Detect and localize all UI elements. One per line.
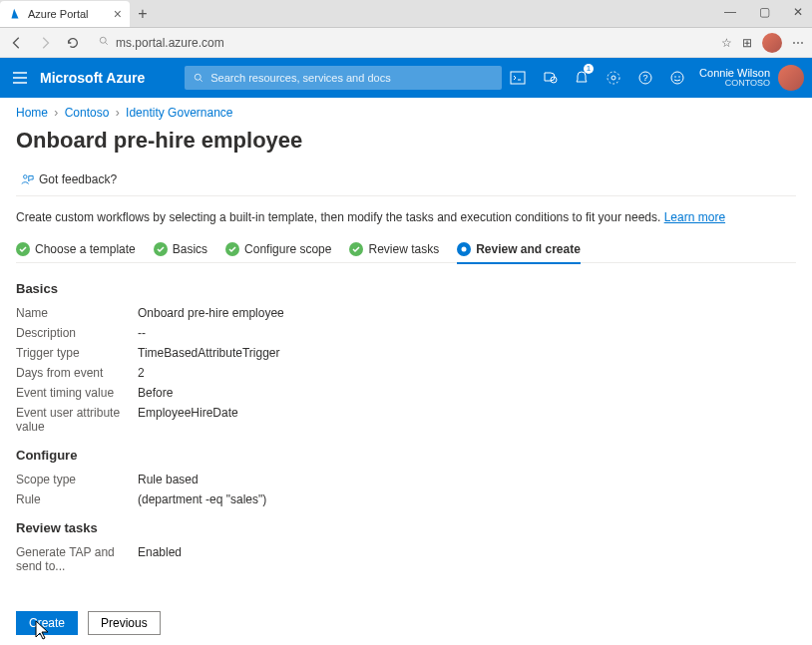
learn-more-link[interactable]: Learn more: [664, 210, 725, 224]
check-icon: [225, 242, 239, 256]
window-controls: — ▢ ✕: [720, 0, 808, 24]
step-2[interactable]: Configure scope: [225, 242, 331, 256]
breadcrumb-home[interactable]: Home: [16, 106, 48, 120]
step-label: Review tasks: [368, 242, 439, 256]
extensions-icon[interactable]: ⊞: [742, 36, 752, 50]
step-3[interactable]: Review tasks: [349, 242, 439, 256]
minimize-icon[interactable]: —: [720, 5, 740, 19]
browser-menu-icon[interactable]: ⋯: [792, 36, 804, 50]
kv-row: Event timing valueBefore: [16, 386, 796, 400]
kv-value: Enabled: [138, 545, 182, 573]
brand-label[interactable]: Microsoft Azure: [40, 70, 145, 86]
notifications-icon[interactable]: 1: [566, 58, 598, 98]
profile-avatar[interactable]: [762, 33, 782, 53]
kv-row: Scope typeRule based: [16, 473, 796, 486]
step-4[interactable]: Review and create: [457, 242, 581, 264]
browser-tab-bar: Azure Portal × + — ▢ ✕: [0, 0, 812, 28]
user-avatar[interactable]: [778, 65, 804, 91]
forward-button[interactable]: [36, 34, 54, 52]
kv-key: Rule: [16, 492, 138, 506]
kv-row: Trigger typeTimeBasedAttributeTrigger: [16, 346, 796, 360]
step-number-icon: [457, 242, 471, 256]
new-tab-button[interactable]: +: [130, 1, 156, 27]
step-1[interactable]: Basics: [154, 242, 207, 256]
svg-point-5: [196, 74, 202, 80]
svg-point-16: [678, 76, 680, 78]
close-tab-icon[interactable]: ×: [114, 6, 122, 22]
feedback-person-icon: [20, 172, 34, 186]
kv-row: Description--: [16, 326, 796, 340]
kv-key: Description: [16, 326, 138, 340]
check-icon: [349, 242, 363, 256]
close-window-icon[interactable]: ✕: [788, 5, 808, 19]
kv-value: 2: [138, 366, 145, 380]
kv-value: Rule based: [138, 473, 199, 486]
refresh-button[interactable]: [64, 34, 82, 52]
svg-line-1: [106, 43, 108, 45]
kv-row: Days from event2: [16, 366, 796, 380]
user-block[interactable]: Connie Wilson CONTOSO: [699, 67, 770, 89]
breadcrumb: Home › Contoso › Identity Governance: [0, 98, 812, 128]
breadcrumb-contoso[interactable]: Contoso: [65, 106, 110, 120]
search-input[interactable]: [210, 72, 494, 84]
kv-key: Generate TAP and send to...: [16, 545, 138, 573]
step-label: Configure scope: [244, 242, 331, 256]
step-label: Basics: [173, 242, 207, 256]
svg-point-15: [674, 76, 676, 78]
kv-value: Before: [138, 386, 173, 400]
svg-rect-7: [511, 72, 525, 84]
tab-title: Azure Portal: [28, 8, 108, 20]
kv-row: NameOnboard pre-hire employee: [16, 306, 796, 320]
back-button[interactable]: [8, 34, 26, 52]
basics-title: Basics: [16, 281, 796, 296]
review-title: Review tasks: [16, 520, 796, 535]
cloud-shell-icon[interactable]: [502, 58, 534, 98]
check-icon: [154, 242, 168, 256]
directories-icon[interactable]: [534, 58, 566, 98]
feedback-icon[interactable]: [661, 58, 693, 98]
browser-tab[interactable]: Azure Portal ×: [0, 1, 130, 27]
info-text: Create custom workflows by selecting a b…: [16, 210, 796, 224]
feedback-button[interactable]: Got feedback?: [16, 169, 121, 189]
kv-key: Scope type: [16, 473, 138, 486]
svg-point-14: [671, 72, 683, 84]
feedback-label: Got feedback?: [39, 172, 117, 186]
create-button[interactable]: Create: [16, 611, 78, 635]
maximize-icon[interactable]: ▢: [754, 5, 774, 19]
kv-key: Days from event: [16, 366, 138, 380]
previous-button[interactable]: Previous: [88, 611, 161, 635]
url-text: ms.portal.azure.com: [116, 36, 224, 50]
address-bar[interactable]: ms.portal.azure.com: [92, 32, 711, 54]
section-review: Review tasks Generate TAP and send to...…: [16, 520, 796, 573]
section-basics: Basics NameOnboard pre-hire employeeDesc…: [16, 281, 796, 434]
kv-value: Onboard pre-hire employee: [138, 306, 284, 320]
kv-value: (department -eq "sales"): [138, 492, 266, 506]
user-tenant: CONTOSO: [699, 79, 770, 89]
kv-key: Trigger type: [16, 346, 138, 360]
settings-icon[interactable]: [598, 58, 629, 98]
svg-point-11: [608, 72, 619, 84]
azure-top-bar: Microsoft Azure 1 ? Connie Wilson CONTOS…: [0, 58, 812, 98]
footer-buttons: Create Previous: [16, 611, 161, 635]
breadcrumb-identity-governance[interactable]: Identity Governance: [126, 106, 232, 120]
svg-point-0: [100, 37, 106, 43]
svg-text:?: ?: [643, 73, 648, 83]
azure-favicon-icon: [8, 7, 22, 21]
browser-toolbar: ms.portal.azure.com ☆ ⊞ ⋯: [0, 28, 812, 58]
step-0[interactable]: Choose a template: [16, 242, 136, 256]
kv-row: Generate TAP and send to...Enabled: [16, 545, 796, 573]
notification-badge: 1: [584, 64, 594, 74]
kv-value: TimeBasedAttributeTrigger: [138, 346, 280, 360]
favorites-icon[interactable]: ☆: [721, 36, 732, 50]
step-label: Choose a template: [35, 242, 136, 256]
global-search[interactable]: [185, 66, 502, 90]
configure-title: Configure: [16, 448, 796, 463]
kv-row: Event user attribute valueEmployeeHireDa…: [16, 406, 796, 434]
hamburger-menu[interactable]: [0, 58, 40, 98]
svg-point-17: [24, 175, 28, 179]
help-icon[interactable]: ?: [629, 58, 661, 98]
search-icon: [98, 35, 110, 50]
wizard-steps: Choose a templateBasicsConfigure scopeRe…: [16, 242, 796, 263]
svg-point-10: [611, 76, 615, 80]
check-icon: [16, 242, 30, 256]
